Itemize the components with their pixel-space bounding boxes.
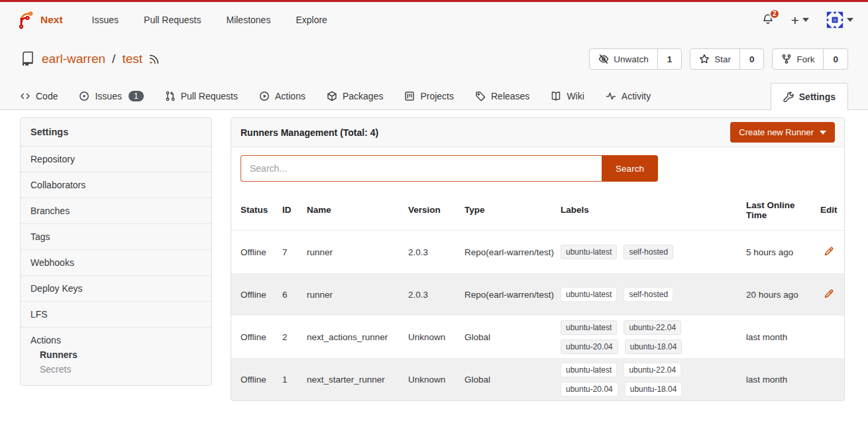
- sidebar-item-webhooks[interactable]: Webhooks: [21, 250, 211, 276]
- repo-owner-link[interactable]: earl-warren: [42, 52, 105, 66]
- book-icon: [551, 91, 561, 101]
- nav-item-pull-requests[interactable]: Pull Requests: [144, 15, 201, 25]
- tab-releases-label: Releases: [491, 91, 529, 101]
- pull-request-icon: [165, 91, 176, 101]
- fork-count[interactable]: 0: [823, 49, 847, 69]
- chevron-down-icon: [820, 131, 826, 135]
- create-new-runner-label: Create new Runner: [739, 127, 814, 137]
- home-link[interactable]: Next: [15, 10, 63, 30]
- edit-runner-button[interactable]: [823, 289, 834, 300]
- search-button[interactable]: Search: [602, 155, 658, 182]
- repo-name-link[interactable]: test: [122, 52, 142, 66]
- runner-id: 7: [282, 247, 307, 257]
- runner-last-online-time: last month: [746, 375, 820, 385]
- tab-projects[interactable]: Projects: [404, 83, 454, 109]
- runner-labels: ubuntu-latestubuntu-22.04ubuntu-20.04ubu…: [561, 363, 693, 396]
- tab-activity[interactable]: Activity: [606, 83, 651, 109]
- runner-type: Global: [464, 375, 561, 385]
- column-header-id: ID: [282, 205, 307, 215]
- runner-id: 6: [282, 290, 307, 300]
- runner-labels: ubuntu-latestself-hosted: [561, 245, 693, 259]
- column-header-status: Status: [241, 205, 282, 215]
- unwatch-label: Unwatch: [614, 54, 649, 64]
- star-icon: [699, 54, 710, 64]
- tab-packages-label: Packages: [343, 91, 383, 101]
- user-menu[interactable]: [826, 11, 853, 29]
- runner-label-badge: ubuntu-18.04: [625, 339, 682, 354]
- sidebar-item-deploy-keys[interactable]: Deploy Keys: [21, 276, 211, 302]
- sidebar-item-collaborators[interactable]: Collaborators: [21, 172, 211, 198]
- column-header-type: Type: [464, 205, 561, 215]
- runner-id: 1: [282, 375, 307, 385]
- runner-label-badge: self-hosted: [624, 287, 673, 302]
- tab-settings[interactable]: Settings: [771, 83, 848, 110]
- star-label: Star: [714, 54, 731, 64]
- unwatch-button[interactable]: Unwatch: [590, 49, 657, 69]
- chevron-down-icon: [802, 18, 809, 22]
- star-count[interactable]: 0: [739, 49, 764, 69]
- runner-version: Unknown: [408, 332, 464, 342]
- sidebar-item-runners[interactable]: Runners: [30, 345, 201, 360]
- sidebar-item-secrets[interactable]: Secrets: [30, 360, 201, 375]
- tab-wiki-label: Wiki: [567, 91, 584, 101]
- search-bar: Search: [231, 147, 844, 190]
- runner-edit-cell: [820, 247, 839, 257]
- runner-last-online-time: 20 hours ago: [746, 290, 820, 300]
- sidebar-item-branches[interactable]: Branches: [21, 198, 211, 224]
- sidebar-item-actions[interactable]: Actions: [30, 335, 201, 345]
- tab-projects-label: Projects: [420, 91, 454, 101]
- brand-label: Next: [40, 14, 63, 26]
- nav-item-milestones[interactable]: Milestones: [226, 15, 270, 25]
- navbar-right: 2 +: [762, 11, 853, 29]
- star-button-group: Star0: [690, 48, 764, 70]
- tab-issues[interactable]: Issues1: [79, 83, 143, 109]
- rss-icon[interactable]: [148, 53, 160, 65]
- project-icon: [404, 91, 415, 101]
- repo-title: earl-warren / test: [20, 51, 160, 67]
- star-button[interactable]: Star: [690, 49, 739, 69]
- sidebar-item-tags[interactable]: Tags: [21, 224, 211, 250]
- tab-pull-requests[interactable]: Pull Requests: [165, 83, 238, 109]
- settings-sidebar: Settings RepositoryCollaboratorsBranches…: [20, 117, 212, 386]
- tab-packages[interactable]: Packages: [327, 83, 383, 109]
- fork-icon: [781, 54, 792, 64]
- column-header-labels: Labels: [561, 205, 746, 215]
- runner-label-badge: ubuntu-latest: [561, 363, 617, 377]
- runner-type: Repo(earl-warren/test): [464, 247, 561, 257]
- tab-code[interactable]: Code: [20, 83, 58, 109]
- runners-panel: Runners Management (Total: 4) Create new…: [231, 117, 845, 401]
- unwatch-count[interactable]: 1: [657, 49, 682, 69]
- tab-actions[interactable]: Actions: [259, 83, 305, 109]
- repo-book-icon: [20, 51, 36, 67]
- tab-wiki[interactable]: Wiki: [551, 83, 584, 109]
- edit-runner-button[interactable]: [823, 247, 834, 257]
- runner-label-badge: ubuntu-22.04: [624, 320, 681, 335]
- create-new-menu[interactable]: +: [791, 13, 809, 27]
- runner-name: next_actions_runner: [307, 332, 408, 342]
- tab-issues-count-badge: 1: [129, 91, 144, 101]
- plus-icon: +: [791, 13, 799, 27]
- nav-item-issues[interactable]: Issues: [92, 15, 119, 25]
- nav-item-explore[interactable]: Explore: [296, 15, 327, 25]
- runner-status: Offline: [241, 290, 282, 300]
- column-header-name: Name: [307, 205, 408, 215]
- column-header-edit: Edit: [820, 205, 843, 215]
- repo-action-buttons: Unwatch1Star0Fork0: [589, 48, 848, 70]
- create-new-runner-button[interactable]: Create new Runner: [730, 122, 835, 143]
- column-header-last-online-time: Last Online Time: [746, 200, 820, 220]
- notifications-button[interactable]: 2: [762, 13, 774, 27]
- runner-name: next_starter_runner: [307, 375, 408, 385]
- tag-icon: [475, 91, 486, 101]
- runner-name: runner: [307, 290, 408, 300]
- column-header-version: Version: [408, 205, 464, 215]
- sidebar-item-repository[interactable]: Repository: [21, 147, 211, 172]
- chevron-down-icon: [847, 18, 853, 22]
- tab-releases[interactable]: Releases: [475, 83, 529, 109]
- sidebar-item-lfs[interactable]: LFS: [21, 302, 211, 328]
- fork-button[interactable]: Fork: [773, 49, 823, 69]
- search-input[interactable]: [241, 155, 602, 182]
- runner-last-online-time: last month: [746, 332, 820, 342]
- runner-label-badge: ubuntu-20.04: [561, 382, 618, 396]
- runner-status: Offline: [241, 332, 282, 342]
- tab-settings-label: Settings: [799, 91, 836, 102]
